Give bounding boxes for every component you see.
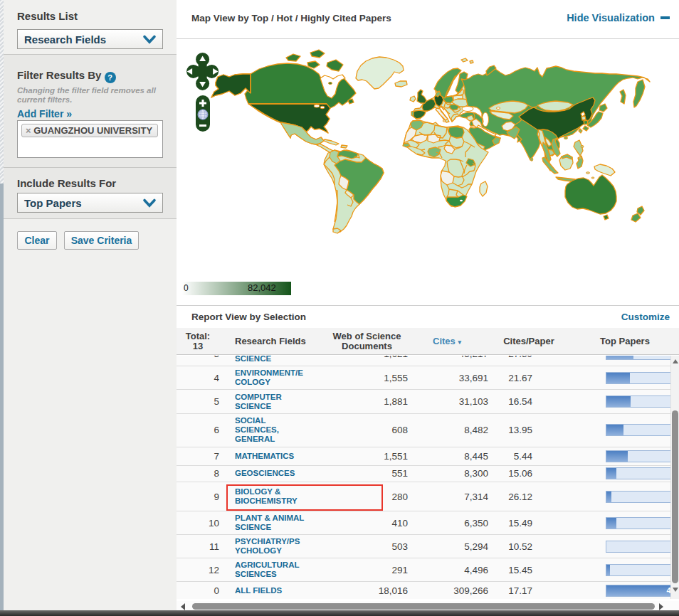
- svg-text:82,042: 82,042: [248, 282, 276, 293]
- svg-text:0: 0: [184, 283, 189, 293]
